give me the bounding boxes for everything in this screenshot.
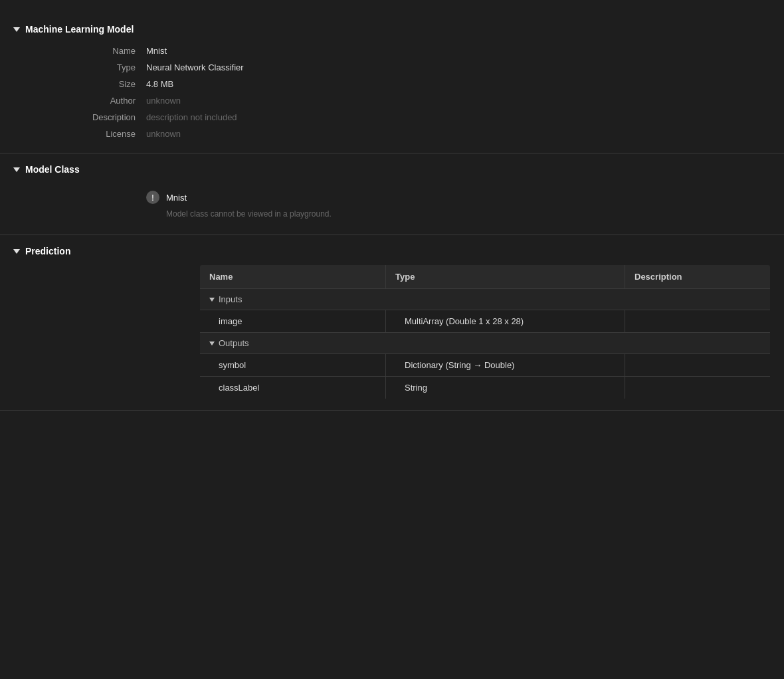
model-class-title: Model Class [25,164,80,175]
field-value-type: Neural Network Classifier [146,59,771,76]
row-name-classlabel: classLabel [200,377,386,399]
model-class-collapse-icon [13,167,20,172]
field-value-description: description not included [146,109,771,126]
model-class-section: Model Class ! Mnist Model class cannot b… [0,153,784,235]
field-label-license: License [13,126,146,142]
model-class-row: ! Mnist [146,191,771,204]
field-label-type: Type [13,59,146,76]
field-label-description: Description [13,109,146,126]
table-row: classLabel String [200,377,771,399]
model-class-header[interactable]: Model Class [0,164,784,183]
ml-model-collapse-icon [13,27,20,32]
inputs-collapse-icon [209,298,215,302]
row-type-classlabel: String [386,377,625,399]
ml-model-title: Machine Learning Model [25,24,134,35]
inputs-group-label: Inputs [219,294,242,304]
table-header-row: Name Type Description [200,265,771,289]
page-container: Machine Learning Model Name Mnist Type N… [0,0,784,424]
outputs-group-row[interactable]: Outputs [200,333,771,354]
row-desc-classlabel [625,377,771,399]
model-class-note: Model class cannot be viewed in a playgr… [146,209,771,219]
row-name-symbol: symbol [200,354,386,377]
ml-model-header[interactable]: Machine Learning Model [0,24,784,43]
ml-model-properties: Name Mnist Type Neural Network Classifie… [0,43,784,142]
outputs-collapse-icon [209,341,215,345]
prediction-title: Prediction [25,246,70,256]
prediction-header[interactable]: Prediction [0,246,784,264]
col-header-name: Name [200,265,386,289]
outputs-group-label: Outputs [219,338,249,348]
row-desc-symbol [625,354,771,377]
field-label-name: Name [13,43,146,59]
table-row: image MultiArray (Double 1 x 28 x 28) [200,310,771,333]
prediction-collapse-icon [13,249,20,254]
prediction-section: Prediction Name Type Description [0,235,784,411]
table-row: symbol Dictionary (String → Double) [200,354,771,377]
row-type-symbol: Dictionary (String → Double) [386,354,625,377]
row-name-image: image [200,310,386,333]
field-label-size: Size [13,76,146,92]
model-class-content: ! Mnist Model class cannot be viewed in … [0,183,784,224]
col-header-description: Description [625,265,771,289]
inputs-group-row[interactable]: Inputs [200,289,771,310]
field-value-author: unknown [146,92,771,109]
prediction-content: Name Type Description Inputs [0,264,784,399]
ml-model-section: Machine Learning Model Name Mnist Type N… [0,13,784,153]
warning-icon: ! [146,191,159,204]
col-header-type: Type [386,265,625,289]
field-value-name: Mnist [146,43,771,59]
row-desc-image [625,310,771,333]
field-label-author: Author [13,92,146,109]
model-class-name: Mnist [166,193,187,203]
field-value-license: unknown [146,126,771,142]
field-value-size: 4.8 MB [146,76,771,92]
row-type-image: MultiArray (Double 1 x 28 x 28) [386,310,625,333]
prediction-table: Name Type Description Inputs [199,264,771,399]
